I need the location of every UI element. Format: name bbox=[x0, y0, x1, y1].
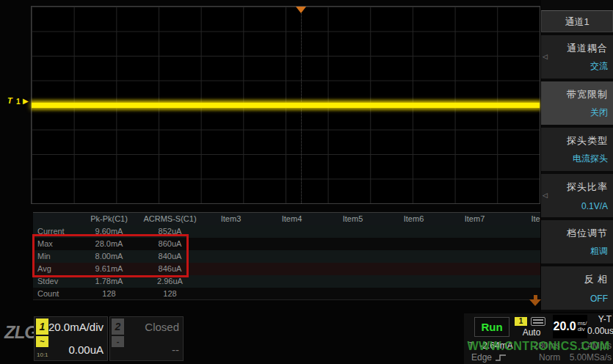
cell-empty bbox=[322, 275, 383, 288]
trigger-mode: Auto bbox=[512, 327, 551, 338]
channel2-panel[interactable]: 2 - Closed -- bbox=[109, 316, 184, 361]
cell-empty bbox=[261, 275, 322, 288]
menu-item-gear-adjust[interactable]: 档位调节 粗调 bbox=[541, 220, 613, 263]
edge-slope-icon bbox=[495, 353, 507, 362]
cell-empty bbox=[505, 275, 540, 288]
cell-value: 860uA bbox=[139, 238, 200, 250]
cell-empty bbox=[200, 225, 261, 238]
channel1-panel[interactable]: 1 ~ 10:1 20.0mA/div 0.00uA bbox=[34, 316, 108, 361]
trigger-status-cluster[interactable]: 1 Auto bbox=[512, 316, 551, 339]
row-label: Max bbox=[33, 238, 79, 250]
row-label: Stdev bbox=[33, 275, 79, 288]
header-cell-pkpk[interactable]: Pk-Pk(C1) bbox=[79, 213, 139, 225]
cell-empty bbox=[383, 275, 444, 288]
menu-item-value: 关闭 bbox=[590, 106, 608, 119]
menu-item-probe-type[interactable]: 探头类型 电流探头 bbox=[541, 128, 613, 171]
cell-empty bbox=[444, 288, 505, 300]
left-edge-markers: T 1 ▶ bbox=[6, 95, 31, 109]
header-cell bbox=[33, 213, 79, 225]
menu-item-invert[interactable]: 反 相 OFF bbox=[541, 266, 613, 310]
menu-item-bandwidth-limit[interactable]: 带宽限制 关闭 bbox=[541, 81, 613, 125]
cell-empty bbox=[383, 250, 444, 263]
trigger-readout-row: T -2.64mA 280ms 1.4Mpts bbox=[468, 340, 612, 352]
trigger-source-badge: 1 bbox=[515, 317, 527, 326]
channel1-trace[interactable] bbox=[32, 103, 540, 108]
cell-empty bbox=[444, 238, 505, 250]
menu-item-probe-ratio[interactable]: ◁ 探头比率 0.1V/A bbox=[541, 174, 613, 217]
cell-empty bbox=[261, 263, 322, 275]
header-cell-item4[interactable]: Item4 bbox=[261, 213, 322, 225]
menu-item-label: 通道耦合 bbox=[546, 42, 608, 55]
menu-item-label: 档位调节 bbox=[546, 227, 608, 240]
cell-value: 852uA bbox=[139, 225, 200, 238]
timebase-control[interactable]: 20.0 ms/ div bbox=[553, 315, 587, 338]
menu-item-label: 探头比率 bbox=[546, 181, 608, 194]
cell-empty bbox=[261, 238, 322, 250]
record-time: 280ms bbox=[534, 341, 560, 351]
cell-empty bbox=[444, 225, 505, 238]
cell-value: 840uA bbox=[139, 250, 200, 263]
sample-rate: 5.00MSa/s bbox=[570, 352, 612, 363]
trigger-type: Edge bbox=[471, 352, 492, 363]
cell-value: 128 bbox=[139, 288, 200, 300]
cell-empty bbox=[322, 288, 383, 300]
cell-value: 28.0mA bbox=[79, 238, 139, 250]
run-state-indicator[interactable]: Run bbox=[474, 317, 509, 337]
cell-value: 846uA bbox=[139, 263, 200, 275]
channel2-badge: 2 bbox=[112, 318, 124, 335]
row-label: Current bbox=[33, 225, 79, 238]
trigger-level-marker[interactable]: T bbox=[7, 96, 12, 105]
cell-value: 9.61mA bbox=[79, 263, 139, 275]
display-mode-block: Y-T 0.00us bbox=[587, 314, 612, 336]
row-label: Count bbox=[33, 288, 79, 300]
channel2-offset: -- bbox=[172, 343, 179, 356]
submenu-left-arrow-icon: ◁ bbox=[543, 192, 548, 199]
cell-empty bbox=[322, 250, 383, 263]
channel1-coupling-ac-icon: ~ bbox=[36, 336, 48, 347]
cell-empty bbox=[444, 250, 505, 263]
channel1-offset: 0.00uA bbox=[68, 343, 104, 356]
channel-menu-sidebar: 通道1 ◁ 通道耦合 交流 带宽限制 关闭 探头类型 电流探头 ◁ 探头比率 0… bbox=[541, 0, 613, 312]
row-label: Avg bbox=[33, 263, 79, 275]
cell-empty bbox=[200, 288, 261, 300]
channel2-coupling-icon: - bbox=[112, 336, 124, 347]
cell-empty bbox=[383, 225, 444, 238]
menu-item-value: 粗调 bbox=[590, 245, 608, 258]
header-cell-item6[interactable]: Item6 bbox=[383, 213, 444, 225]
cell-value: 1.78mA bbox=[79, 275, 139, 288]
waveform-display bbox=[31, 6, 540, 204]
oscilloscope-screen: T 1 ▶ Pk-Pk(C1) ACRMS-S(C1) Item3 Item4 … bbox=[0, 0, 613, 364]
status-bar: ZLG® 1 ~ 10:1 20.0mA/div 0.00uA 2 - Clos… bbox=[0, 312, 613, 364]
trigger-position-icon[interactable] bbox=[296, 7, 306, 13]
cell-value: 2.96uA bbox=[139, 275, 200, 288]
header-cell-item8[interactable]: Ite bbox=[505, 213, 540, 225]
cell-value: 128 bbox=[79, 288, 139, 300]
channel1-scale: 20.0mA/div bbox=[48, 321, 104, 333]
header-cell-acrms[interactable]: ACRMS-S(C1) bbox=[139, 213, 200, 225]
timebase-unit: ms/ div bbox=[578, 321, 587, 332]
cell-empty bbox=[505, 238, 540, 250]
channel1-ground-arrow-icon: ▶ bbox=[23, 97, 29, 105]
cell-empty bbox=[505, 225, 540, 238]
trigger-sweep: Norm bbox=[539, 352, 560, 363]
record-points: 1.4Mpts bbox=[580, 341, 612, 351]
cell-empty bbox=[322, 238, 383, 250]
channel1-ground-marker[interactable]: 1 bbox=[16, 98, 21, 106]
row-label: Min bbox=[33, 250, 79, 263]
menu-item-coupling[interactable]: ◁ 通道耦合 交流 bbox=[541, 35, 613, 79]
battery-icon bbox=[531, 317, 545, 326]
cell-empty bbox=[261, 288, 322, 300]
display-mode: Y-T bbox=[587, 314, 612, 324]
cell-empty bbox=[200, 275, 261, 288]
trigger-type-row: Edge Norm 5.00MSa/s bbox=[471, 352, 612, 363]
header-cell-item7[interactable]: Item7 bbox=[444, 213, 505, 225]
cell-empty bbox=[505, 250, 540, 263]
cell-empty bbox=[261, 250, 322, 263]
cell-empty bbox=[322, 225, 383, 238]
header-cell-item3[interactable]: Item3 bbox=[200, 213, 261, 225]
header-cell-item5[interactable]: Item5 bbox=[322, 213, 383, 225]
channel2-status: Closed bbox=[145, 321, 179, 333]
cell-empty bbox=[444, 263, 505, 275]
cell-empty bbox=[505, 263, 540, 275]
cell-empty bbox=[383, 238, 444, 250]
